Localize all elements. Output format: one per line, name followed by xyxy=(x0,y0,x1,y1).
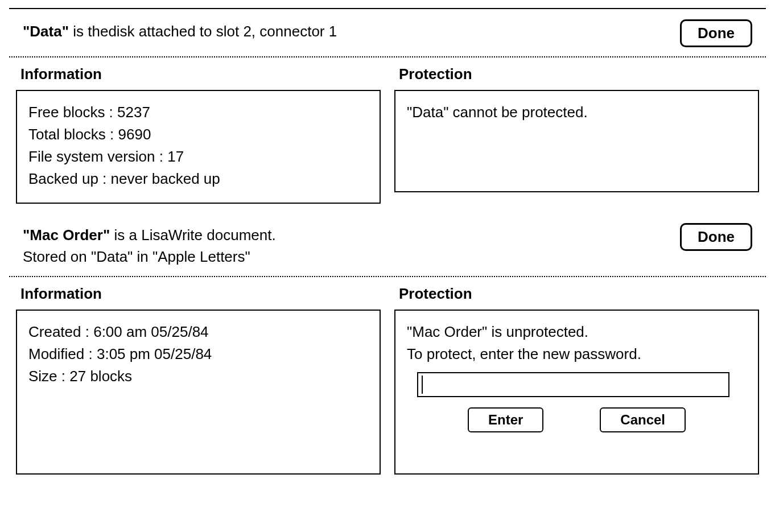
disk-total-blocks: Total blocks : 9690 xyxy=(28,125,368,145)
password-field-frame xyxy=(417,372,729,397)
disk-protection-box: "Data" cannot be protected. xyxy=(394,90,759,192)
doc-protection-instruction: To protect, enter the new password. xyxy=(407,344,747,364)
doc-title-rest: is a LisaWrite document. xyxy=(110,226,275,244)
doc-protection-title: Protection xyxy=(399,284,759,304)
disk-title: "Data" is thedisk attached to slot 2, co… xyxy=(23,15,337,42)
disk-title-rest: is thedisk attached to slot 2, connector… xyxy=(69,23,337,40)
password-input[interactable] xyxy=(424,376,725,394)
doc-protection-box: "Mac Order" is unprotected. To protect, … xyxy=(394,310,759,475)
disk-header: "Data" is thedisk attached to slot 2, co… xyxy=(0,9,775,56)
disk-free-blocks: Free blocks : 5237 xyxy=(28,102,368,122)
disk-information-box: Free blocks : 5237 Total blocks : 9690 F… xyxy=(16,90,381,204)
disk-information-title: Information xyxy=(20,64,381,84)
done-button-doc[interactable]: Done xyxy=(680,223,752,251)
text-cursor-icon xyxy=(422,376,423,394)
doc-protection-status: "Mac Order" is unprotected. xyxy=(407,322,747,342)
doc-header: "Mac Order" is a LisaWrite document. Sto… xyxy=(0,217,775,275)
doc-modified: Modified : 3:05 pm 05/25/84 xyxy=(28,344,368,364)
doc-title-block: "Mac Order" is a LisaWrite document. Sto… xyxy=(23,218,276,266)
doc-size: Size : 27 blocks xyxy=(28,366,368,386)
disk-name: "Data" xyxy=(23,23,69,40)
cancel-button[interactable]: Cancel xyxy=(600,407,686,432)
doc-stored-on: Stored on "Data" in "Apple Letters" xyxy=(23,247,276,267)
disk-protection-title: Protection xyxy=(399,64,759,84)
doc-information-box: Created : 6:00 am 05/25/84 Modified : 3:… xyxy=(16,310,381,475)
doc-created: Created : 6:00 am 05/25/84 xyxy=(28,322,368,342)
disk-fs-version: File system version : 17 xyxy=(28,147,368,167)
enter-button[interactable]: Enter xyxy=(468,407,543,432)
done-button-disk[interactable]: Done xyxy=(680,19,752,47)
disk-backed-up: Backed up : never backed up xyxy=(28,169,368,189)
doc-information-title: Information xyxy=(20,284,381,304)
disk-protection-message: "Data" cannot be protected. xyxy=(407,102,747,122)
doc-name: "Mac Order" xyxy=(23,226,110,244)
